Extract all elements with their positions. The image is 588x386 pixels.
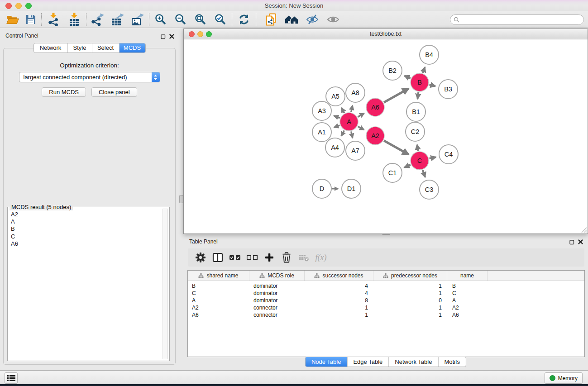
graph-node-A6[interactable]: A6 <box>366 98 384 116</box>
graph-edge-A-A3[interactable] <box>334 116 340 118</box>
column-header-shared-name[interactable]: shared name <box>188 271 249 281</box>
function-builder-button[interactable]: f(x) <box>312 249 330 266</box>
criterion-select[interactable]: largest connected component (directed) <box>19 72 160 82</box>
column-header-successor-nodes[interactable]: successor nodes <box>305 271 373 281</box>
close-panel-button[interactable] <box>169 33 174 41</box>
graph-edge-A-A8[interactable] <box>351 105 353 112</box>
graph-edge-A2-C[interactable] <box>384 141 408 155</box>
close-table-panel-button[interactable] <box>578 238 583 246</box>
column-settings-button[interactable] <box>192 249 209 266</box>
clone-network-button[interactable] <box>261 12 281 27</box>
mcds-result-item[interactable]: B <box>11 225 168 233</box>
home-button[interactable] <box>281 12 302 27</box>
deselect-all-button[interactable] <box>244 249 261 266</box>
save-session-button[interactable] <box>22 12 40 27</box>
tab-motifs[interactable]: Motifs <box>438 357 466 367</box>
graph-node-D[interactable]: D <box>312 179 331 198</box>
graph-node-D1[interactable]: D1 <box>342 179 361 198</box>
export-image-button[interactable] <box>128 12 148 27</box>
graph-node-B1[interactable]: B1 <box>406 102 425 121</box>
graph-edge-A-A1[interactable] <box>334 125 339 128</box>
graph-edge-A-A2[interactable] <box>358 126 364 129</box>
delete-table-button[interactable] <box>295 249 312 266</box>
mcds-result-item[interactable]: C <box>11 233 168 240</box>
memory-button[interactable]: Memory <box>545 372 583 384</box>
mcds-result-item[interactable]: A2 <box>11 211 168 218</box>
tab-edge-table[interactable]: Edge Table <box>347 357 389 367</box>
zoom-fit-button[interactable] <box>191 12 210 27</box>
zoom-in-button[interactable] <box>151 12 171 27</box>
table-row[interactable]: A2connector11A2 <box>188 304 584 311</box>
graph-node-C1[interactable]: C1 <box>383 163 402 182</box>
graph-node-A[interactable]: A <box>340 113 358 131</box>
show-details-button[interactable] <box>323 12 344 27</box>
zoom-selected-button[interactable] <box>210 12 230 27</box>
table-row[interactable]: Bdominator41B <box>188 282 584 290</box>
delete-columns-button[interactable] <box>278 249 295 266</box>
mcds-result-item[interactable]: A <box>11 218 168 225</box>
graph-node-C3[interactable]: C3 <box>420 180 439 199</box>
resize-grip-icon[interactable] <box>581 227 587 233</box>
run-mcds-button[interactable]: Run MCDS <box>42 87 86 97</box>
column-header-predecessor-nodes[interactable]: predecessor nodes <box>373 271 447 281</box>
graph-node-A3[interactable]: A3 <box>312 101 331 120</box>
graph-edge-B-B1[interactable] <box>418 92 419 99</box>
graph-node-A5[interactable]: A5 <box>326 87 345 106</box>
graph-edge-A-A5[interactable] <box>342 108 344 113</box>
graph-edge-B-B4[interactable] <box>423 67 425 73</box>
table-row[interactable]: A6connector11A6 <box>188 311 584 319</box>
show-columns-button[interactable] <box>209 249 226 266</box>
result-scrollbar[interactable] <box>163 209 168 359</box>
graph-edge-B-B2[interactable] <box>405 76 411 79</box>
tab-network-table[interactable]: Network Table <box>389 357 438 367</box>
vertical-splitter-grip[interactable] <box>179 195 183 203</box>
graph-edge-A6-B[interactable] <box>384 89 408 103</box>
graph-edge-C-C2[interactable] <box>417 145 418 151</box>
tab-node-table[interactable]: Node Table <box>306 357 348 367</box>
float-panel-button[interactable] <box>161 33 166 41</box>
task-history-button[interactable] <box>5 372 18 384</box>
graph-node-C4[interactable]: C4 <box>439 145 458 164</box>
graph-node-B3[interactable]: B3 <box>439 80 458 99</box>
mcds-result-item[interactable]: A6 <box>11 240 168 248</box>
graph-node-C[interactable]: C <box>411 152 429 170</box>
graph-edge-B-B3[interactable] <box>429 85 435 86</box>
graph-edge-C-C4[interactable] <box>430 157 436 158</box>
graph-node-C2[interactable]: C2 <box>406 122 425 141</box>
graph-node-A1[interactable]: A1 <box>312 123 331 142</box>
export-table-button[interactable] <box>108 12 128 27</box>
graph-node-A2[interactable]: A2 <box>366 127 384 145</box>
add-column-button[interactable] <box>261 249 278 266</box>
import-table-button[interactable] <box>64 12 85 27</box>
search-input[interactable] <box>461 15 583 24</box>
graph-edge-C-C3[interactable] <box>423 170 425 177</box>
graph-node-B[interactable]: B <box>411 73 429 91</box>
table-row[interactable]: Cdominator41C <box>188 290 584 297</box>
search-field[interactable] <box>450 14 584 25</box>
zoom-out-button[interactable] <box>171 12 191 27</box>
open-session-button[interactable] <box>4 12 22 27</box>
float-table-panel-button[interactable] <box>569 238 574 247</box>
column-header-mcds-role[interactable]: MCDS role <box>249 271 305 281</box>
close-panel-button[interactable]: Close panel <box>91 87 137 97</box>
export-network-button[interactable] <box>88 12 108 27</box>
apply-layout-button[interactable] <box>234 12 254 27</box>
graph-edge-C-C1[interactable] <box>404 165 411 167</box>
tab-select[interactable]: Select <box>92 43 120 52</box>
table-row[interactable]: Adominator80A <box>188 297 584 304</box>
graph-node-A8[interactable]: A8 <box>346 83 365 102</box>
select-all-button[interactable] <box>226 249 244 266</box>
graph-node-B4[interactable]: B4 <box>420 45 439 64</box>
hide-details-button[interactable] <box>302 12 323 27</box>
graph-edge-A-A6[interactable] <box>358 114 364 117</box>
graph-node-A4[interactable]: A4 <box>325 138 344 157</box>
tab-network[interactable]: Network <box>34 43 68 52</box>
import-network-button[interactable] <box>43 12 64 27</box>
tab-style[interactable]: Style <box>68 43 92 52</box>
tab-mcds[interactable]: MCDS <box>120 43 145 52</box>
graph-edge-A-A7[interactable] <box>351 132 353 138</box>
graph-node-B2[interactable]: B2 <box>383 61 402 80</box>
graph-edge-A-A4[interactable] <box>341 130 344 136</box>
column-header-name[interactable]: name <box>447 271 488 281</box>
graph-node-A7[interactable]: A7 <box>346 141 365 160</box>
